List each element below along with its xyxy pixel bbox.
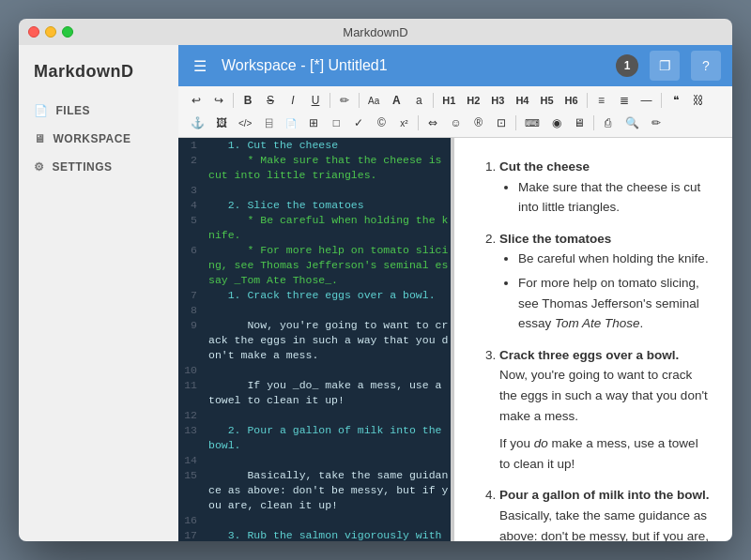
toolbar: ↩ ↪ B S I U ✏ Aa A a H1 H2 H3 (178, 86, 732, 138)
highlight-button[interactable]: ✏ (334, 90, 355, 111)
preview-sublist-item: Be careful when holding the knife. (518, 249, 710, 269)
emoji-button[interactable]: ☺ (445, 113, 466, 133)
toolbar-row-1: ↩ ↪ B S I U ✏ Aa A a H1 H2 H3 (186, 90, 725, 111)
blockquote-button[interactable]: ❝ (666, 90, 686, 111)
editor-line: 3 (178, 183, 451, 198)
markdown-editor[interactable]: 1 1. Cut the cheese 2 * Make sure that t… (178, 138, 451, 541)
preview-toggle-button[interactable]: ❐ (650, 51, 680, 81)
table-button[interactable]: ⊞ (303, 113, 324, 133)
italic-button[interactable]: I (283, 90, 303, 111)
preview-paragraph: Now, you're going to want to crack the e… (499, 365, 710, 426)
sidebar: MarkdownD 📄 FILES 🖥 WORKSPACE ⚙ SETTINGS (19, 45, 178, 541)
print-button[interactable]: ⎙ (598, 113, 619, 133)
unordered-list-button[interactable]: ≡ (591, 90, 612, 111)
editor-line: 17 3. Rub the salmon vigorously with but… (178, 528, 451, 541)
hr-button[interactable]: — (636, 90, 657, 111)
workspace-icon: 🖥 (34, 132, 46, 145)
editor-line: 9 Now, you're going to want to crack the… (178, 318, 451, 363)
ordered-list-button[interactable]: ≣ (614, 90, 635, 111)
preview-list: Cut the cheese Make sure that the cheese… (477, 157, 710, 541)
camelcase-button[interactable]: Aa (363, 90, 384, 111)
header-bar: ☰ Workspace - [*] Untitled1 1 ❐ ? (178, 45, 732, 86)
preview-paragraph: If you do make a mess, use a towel to cl… (499, 433, 710, 474)
toolbar-separator (359, 93, 360, 108)
toolbar-separator (330, 93, 330, 108)
undo-button[interactable]: ↩ (186, 90, 207, 111)
arrows-button[interactable]: ⇔ (422, 113, 443, 133)
toolbar-separator (593, 115, 594, 130)
copyright-button[interactable]: © (371, 113, 391, 133)
anchor-button[interactable]: ⚓ (186, 113, 209, 133)
editor-line: 7 1. Crack three eggs over a bowl. (178, 288, 451, 303)
minimize-button[interactable] (45, 26, 56, 38)
edit-pen-button[interactable]: ✏ (646, 113, 667, 133)
search-button[interactable]: 🔍 (621, 113, 644, 133)
inline-code-button[interactable]: </> (234, 113, 256, 133)
editor-area: 1 1. Cut the cheese 2 * Make sure that t… (178, 138, 732, 541)
lowercase-button[interactable]: a (408, 90, 429, 111)
editor-line: 5 * Be careful when holding the knife. (178, 213, 451, 243)
sidebar-item-workspace[interactable]: 🖥 WORKSPACE (19, 125, 178, 153)
sidebar-settings-label: SETTINGS (53, 160, 113, 174)
redo-button[interactable]: ↪ (208, 90, 229, 111)
sidebar-files-label: FILES (56, 104, 91, 117)
sidebar-item-files[interactable]: 📄 FILES (19, 97, 178, 125)
menu-icon[interactable]: ☰ (190, 53, 210, 79)
terminal-button[interactable]: ⌨ (520, 113, 544, 133)
toolbar-separator (233, 93, 234, 108)
uppercase-button[interactable]: A (386, 90, 406, 111)
editor-line: 1 1. Cut the cheese (178, 138, 451, 153)
document-count-badge: 1 (616, 54, 638, 77)
eye-button[interactable]: ◉ (546, 113, 567, 133)
bold-button[interactable]: B (238, 90, 258, 111)
settings-icon: ⚙ (34, 160, 45, 174)
sidebar-item-settings[interactable]: ⚙ SETTINGS (19, 153, 178, 181)
h6-button[interactable]: H6 (560, 90, 583, 111)
sidebar-logo: MarkdownD (19, 54, 178, 97)
image-button[interactable]: 🖼 (211, 113, 232, 133)
markdown-preview: Cut the cheese Make sure that the cheese… (454, 138, 732, 541)
checkbox-button[interactable]: ✓ (348, 113, 369, 133)
editor-line: 6 * For more help on tomato slicing, see… (178, 243, 451, 288)
app-body: MarkdownD 📄 FILES 🖥 WORKSPACE ⚙ SETTINGS… (19, 45, 732, 541)
editor-line: 14 (178, 453, 451, 468)
box-button[interactable]: □ (326, 113, 346, 133)
preview-list-item: Slice the tomatoes Be careful when holdi… (499, 229, 710, 334)
toolbar-row-2: ⚓ 🖼 </> ⌸ 📄 ⊞ □ ✓ © x² ⇔ ☺ ® ⊡ ⌨ (186, 113, 725, 133)
h4-button[interactable]: H4 (511, 90, 533, 111)
help-button[interactable]: ? (691, 51, 721, 81)
toolbar-separator (587, 93, 588, 108)
h5-button[interactable]: H5 (535, 90, 558, 111)
h1-button[interactable]: H1 (437, 90, 460, 111)
preview-item-title: Slice the tomatoes (499, 232, 611, 246)
monitor-button[interactable]: 🖥 (569, 113, 590, 133)
editor-line: 4 2. Slice the tomatoes (178, 198, 451, 213)
traffic-lights (28, 26, 73, 38)
preview-list-item: Cut the cheese Make sure that the cheese… (499, 157, 710, 218)
file-icon: 📄 (34, 104, 49, 117)
editor-line: 15 Basically, take the same guidance as … (178, 468, 451, 513)
link-button[interactable]: ⛓ (688, 90, 709, 111)
close-button[interactable] (28, 26, 39, 38)
pdf-button[interactable]: 📄 (281, 113, 301, 133)
registered-button[interactable]: ® (468, 113, 489, 133)
underline-button[interactable]: U (305, 90, 326, 111)
preview-sublist-item: For more help on tomato slicing, see Tho… (518, 273, 710, 334)
maximize-button[interactable] (62, 26, 73, 38)
symbols-button[interactable]: ⊡ (491, 113, 512, 133)
strikethrough-button[interactable]: S (260, 90, 281, 111)
editor-line: 8 (178, 303, 451, 318)
main-area: ☰ Workspace - [*] Untitled1 1 ❐ ? ↩ ↪ B … (178, 45, 732, 541)
preview-italic: Tom Ate Those (555, 316, 640, 330)
h3-button[interactable]: H3 (486, 90, 509, 111)
preview-icon: ❐ (659, 58, 671, 73)
header-title: Workspace - [*] Untitled1 (222, 57, 605, 74)
code-block-button[interactable]: ⌸ (258, 113, 279, 133)
superscript-button[interactable]: x² (393, 113, 414, 133)
preview-italic: do (534, 436, 548, 450)
toolbar-separator (418, 115, 419, 130)
h2-button[interactable]: H2 (462, 90, 484, 111)
window-title: MarkdownD (343, 25, 407, 39)
preview-paragraph: Basically, take the same guidance as abo… (499, 506, 710, 541)
toolbar-separator (433, 93, 434, 108)
